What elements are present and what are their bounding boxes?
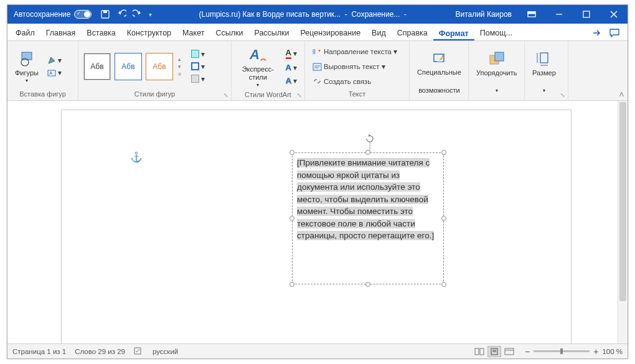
statusbar: Страница 1 из 1 Слово 29 из 29 русский −…	[7, 343, 628, 358]
titlebar: Автосохранение ✓ ▾ (Lumpics.ru) Как в Во…	[7, 5, 628, 24]
arrange-button[interactable]: Упорядочить▾	[474, 47, 519, 95]
tab-tellme[interactable]: Помощ...	[474, 25, 518, 40]
tab-review[interactable]: Рецензирование	[295, 25, 367, 40]
resize-handle-nw[interactable]	[289, 150, 294, 155]
text-box-content[interactable]: [Привлеките внимание читателя с помощью …	[293, 153, 443, 246]
zoom-out-button[interactable]: −	[525, 347, 530, 357]
web-layout-icon[interactable]	[502, 346, 516, 357]
resize-handle-ne[interactable]	[441, 150, 446, 155]
shapes-button[interactable]: Фигуры▾	[12, 47, 41, 86]
resize-handle-s[interactable]	[365, 282, 370, 287]
styles-dialog-icon[interactable]: ⤡	[223, 92, 228, 98]
text-effects-button[interactable]: A▾	[283, 75, 299, 86]
svg-rect-1	[103, 11, 107, 13]
svg-text:A: A	[249, 47, 260, 62]
document-area: ⚓ [Привлеките внимание читателя с помощь…	[7, 101, 628, 343]
text-box[interactable]: [Привлеките внимание читателя с помощью …	[292, 152, 444, 284]
user-name[interactable]: Виталий Каиров	[455, 10, 512, 19]
resize-handle-e[interactable]	[441, 216, 446, 221]
zoom-slider[interactable]	[534, 350, 590, 352]
ribbon: Фигуры▾ ▾ A▾ Вставка фигур Абв Абв Абв ▴…	[7, 41, 628, 101]
ribbon-tabs: Файл Главная Вставка Конструктор Макет С…	[7, 24, 628, 41]
close-button[interactable]	[600, 5, 628, 24]
tab-format[interactable]: Формат	[433, 26, 474, 41]
shape-fill-button[interactable]: ▾	[189, 49, 207, 60]
wordart-dialog-icon[interactable]: ⤡	[297, 92, 302, 98]
group-label-text: Текст	[310, 89, 404, 99]
accessibility-button[interactable]: 📝 Специальныевозможности	[415, 47, 464, 96]
anchor-icon[interactable]: ⚓	[130, 151, 143, 163]
create-link-button[interactable]: Создать связь	[310, 76, 374, 86]
edit-shape-icon[interactable]: ▾	[45, 55, 64, 66]
tab-design[interactable]: Конструктор	[121, 25, 177, 40]
share-icon[interactable]	[591, 27, 603, 40]
autosave-label: Автосохранение	[14, 10, 70, 19]
word-count[interactable]: Слово 29 из 29	[75, 348, 125, 355]
svg-rect-21	[540, 53, 548, 63]
svg-rect-5	[583, 11, 590, 17]
resize-handle-se[interactable]	[441, 282, 446, 287]
minimize-button[interactable]	[545, 5, 573, 24]
maximize-button[interactable]	[573, 5, 600, 24]
svg-rect-31	[505, 348, 514, 355]
shape-style-3[interactable]: Абв	[146, 53, 173, 80]
rotate-handle[interactable]	[363, 132, 377, 153]
collapse-ribbon-icon[interactable]: ᐱ	[619, 91, 624, 98]
shape-outline-button[interactable]: ▾	[189, 61, 207, 72]
tab-help[interactable]: Справка	[392, 25, 433, 40]
group-label-shapes: Вставка фигур	[12, 89, 73, 99]
svg-rect-27	[480, 348, 484, 355]
text-direction-button[interactable]: lIНаправление текста ▾	[310, 46, 400, 57]
svg-rect-3	[528, 12, 535, 14]
size-button[interactable]: Размер▾	[530, 47, 558, 95]
svg-text:lI: lI	[313, 49, 316, 55]
tab-home[interactable]: Главная	[40, 25, 82, 40]
undo-icon[interactable]	[116, 9, 126, 19]
group-label-styles: Стили фигур	[83, 89, 226, 99]
tab-references[interactable]: Ссылки	[210, 25, 248, 40]
tab-mailings[interactable]: Рассылки	[248, 25, 294, 40]
zoom-in-button[interactable]: +	[593, 347, 598, 357]
document-title: (Lumpics.ru) Как в Ворде писать вертик..…	[152, 10, 455, 19]
redo-icon[interactable]	[133, 9, 143, 19]
resize-handle-w[interactable]	[289, 216, 294, 221]
wordart-styles-button[interactable]: A Экспресс-стили▾	[237, 44, 280, 90]
print-layout-icon[interactable]	[487, 346, 501, 357]
size-dialog-icon[interactable]: ⤡	[560, 92, 565, 98]
svg-rect-26	[475, 348, 479, 355]
page-number[interactable]: Страница 1 из 1	[12, 348, 66, 355]
text-outline-button[interactable]: A▾	[283, 62, 299, 73]
autosave-toggle[interactable]: ✓	[74, 10, 92, 19]
align-text-button[interactable]: Выровнять текст ▾	[310, 61, 388, 72]
svg-rect-14	[313, 63, 321, 70]
resize-handle-n[interactable]	[365, 150, 370, 155]
shape-style-1[interactable]: Абв	[83, 53, 111, 80]
language[interactable]: русский	[153, 348, 178, 355]
svg-text:A: A	[49, 70, 53, 76]
tab-file[interactable]: Файл	[10, 25, 40, 40]
group-label-wordart: Стили WordArt	[237, 90, 299, 100]
tab-view[interactable]: Вид	[366, 25, 392, 40]
ribbon-display-icon[interactable]	[518, 5, 545, 24]
text-fill-button[interactable]: A▾	[283, 47, 299, 60]
zoom-level[interactable]: 100 %	[602, 348, 623, 355]
svg-rect-20	[495, 52, 504, 61]
comments-icon[interactable]	[609, 27, 620, 40]
tab-layout[interactable]: Макет	[177, 25, 210, 40]
shape-effects-button[interactable]: ▾	[189, 73, 207, 85]
svg-text:📝: 📝	[436, 54, 444, 62]
textbox-icon[interactable]: A▾	[45, 67, 64, 78]
tab-insert[interactable]: Вставка	[81, 25, 121, 40]
proofing-icon[interactable]	[134, 347, 144, 357]
read-mode-icon[interactable]	[473, 346, 486, 357]
style-gallery-more[interactable]: ≡	[178, 71, 181, 77]
save-icon[interactable]	[100, 9, 110, 19]
style-gallery-up[interactable]: ▴	[178, 56, 181, 62]
shape-style-2[interactable]: Абв	[115, 53, 142, 80]
style-gallery-down[interactable]: ▾	[178, 63, 181, 70]
resize-handle-sw[interactable]	[289, 282, 294, 287]
vertical-scrollbar[interactable]	[618, 101, 628, 343]
page[interactable]: ⚓ [Привлеките внимание читателя с помощь…	[61, 110, 572, 343]
